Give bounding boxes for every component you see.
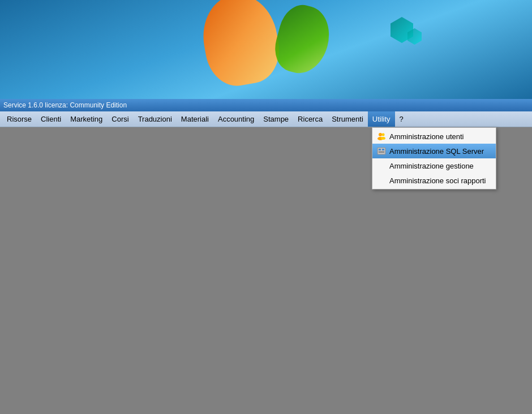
menu-item-clienti[interactable]: Clienti bbox=[36, 111, 66, 127]
header-banner bbox=[0, 0, 532, 99]
menu-item-stampe[interactable]: Stampe bbox=[259, 111, 293, 127]
dropdown-item-amm-gestione[interactable]: Amministrazione gestione bbox=[372, 158, 496, 173]
dropdown-menu: Amministrazione utenti Amministrazione S… bbox=[372, 127, 496, 189]
menu-item-marketing[interactable]: Marketing bbox=[66, 111, 107, 127]
svg-rect-6 bbox=[382, 149, 384, 150]
menu-item-corsi[interactable]: Corsi bbox=[107, 111, 133, 127]
dropdown-item-amm-soci[interactable]: Amministrazione soci rapporti bbox=[372, 173, 496, 188]
sql-icon bbox=[377, 146, 386, 156]
menu-bar: Risorse Clienti Marketing Corsi Traduzio… bbox=[0, 111, 532, 127]
menu-item-strumenti[interactable]: Strumenti bbox=[327, 111, 368, 127]
menu-item-accounting[interactable]: Accounting bbox=[213, 111, 259, 127]
svg-point-3 bbox=[381, 137, 385, 140]
svg-point-2 bbox=[382, 133, 385, 136]
svg-rect-5 bbox=[379, 149, 381, 150]
title-bar: Service 1.6.0 licenza: Community Edition bbox=[0, 99, 532, 111]
dropdown-item-amm-sql[interactable]: Amministrazione SQL Server bbox=[372, 144, 496, 158]
svg-rect-4 bbox=[377, 148, 385, 154]
menu-item-materiali[interactable]: Materiali bbox=[177, 111, 213, 127]
utility-dropdown: Amministrazione utenti Amministrazione S… bbox=[372, 127, 496, 189]
menu-item-ricerca[interactable]: Ricerca bbox=[293, 111, 327, 127]
menu-item-utility[interactable]: Utility bbox=[368, 111, 395, 127]
svg-rect-7 bbox=[379, 152, 384, 153]
dropdown-item-amm-utenti[interactable]: Amministrazione utenti bbox=[372, 129, 496, 144]
users-icon bbox=[377, 132, 386, 141]
logo-orange-shape bbox=[196, 0, 285, 90]
empty-icon-gestione bbox=[377, 161, 386, 170]
menu-item-traduzioni[interactable]: Traduzioni bbox=[134, 111, 177, 127]
menu-item-help[interactable]: ? bbox=[395, 111, 408, 127]
app-title: Service 1.6.0 licenza: Community Edition bbox=[3, 101, 127, 109]
svg-point-0 bbox=[379, 133, 382, 136]
empty-icon-soci bbox=[377, 176, 386, 185]
menu-item-risorse[interactable]: Risorse bbox=[2, 111, 36, 127]
logo-green-shape bbox=[269, 0, 336, 79]
